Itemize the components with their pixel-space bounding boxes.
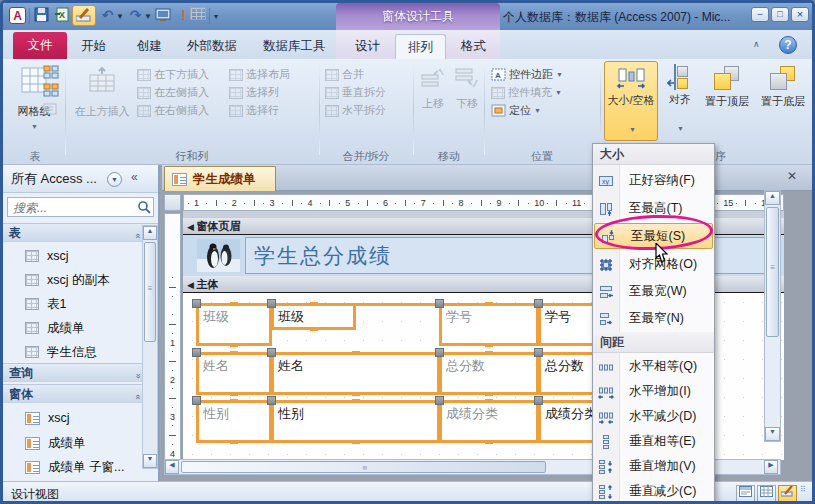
help-icon[interactable]: ? xyxy=(779,36,797,54)
nav-item-table-biao1[interactable]: 表1 xyxy=(3,292,143,316)
tab-format[interactable]: 格式 xyxy=(449,34,498,59)
menu-item-to-narrowest[interactable]: 至最窄(N) xyxy=(593,306,714,332)
nav-item-form-chengjidan-sub[interactable]: 成绩单 子窗... xyxy=(3,455,143,479)
selection-handle[interactable] xyxy=(435,396,444,405)
tab-arrange[interactable]: 排列 xyxy=(395,34,446,59)
search-icon[interactable] xyxy=(137,200,151,214)
merge-button[interactable]: 合并 xyxy=(325,66,364,83)
align-button[interactable]: 对齐 ▼ xyxy=(663,61,697,141)
undo-icon[interactable]: ↶ xyxy=(99,7,116,24)
move-up-button[interactable]: 上移 xyxy=(417,61,449,125)
tab-external-data[interactable]: 外部数据 xyxy=(175,34,249,59)
send-to-back-button[interactable]: 置于底层 xyxy=(756,61,810,141)
form-view-icon[interactable] xyxy=(736,485,755,502)
penguin-image[interactable] xyxy=(197,239,240,272)
selection-handle[interactable] xyxy=(267,299,276,308)
tab-file[interactable]: 文件 xyxy=(13,32,67,59)
nav-item-table-xscj[interactable]: xscj xyxy=(3,244,143,268)
tab-home[interactable]: 开始 xyxy=(69,34,118,59)
anchoring-button[interactable]: 定位▼ xyxy=(491,102,541,119)
menu-item-equal-horizontal[interactable]: 水平相等(Q) xyxy=(593,354,714,380)
insert-above-button[interactable]: 在上方插入 xyxy=(73,61,131,143)
tab-design[interactable]: 设计 xyxy=(343,34,392,59)
nav-collapse-icon[interactable]: « xyxy=(131,170,138,184)
field-label-xuehao[interactable]: 学号 xyxy=(439,303,539,346)
switch-view-icon[interactable] xyxy=(155,7,172,24)
scroll-down-icon[interactable]: ▼ xyxy=(765,427,780,441)
field-label-xingming[interactable]: 姓名 xyxy=(196,352,272,395)
control-margins-button[interactable]: A控件边距▼ xyxy=(491,66,563,83)
section-collapse-icon[interactable]: ◀ xyxy=(187,280,196,290)
design-view-icon[interactable] xyxy=(778,485,797,502)
menu-item-to-grid[interactable]: 对齐网格(O) xyxy=(593,252,714,278)
menu-item-to-fit[interactable]: xy正好容纳(F) xyxy=(593,168,714,194)
field-label-xingbie[interactable]: 性别 xyxy=(196,400,272,443)
scrollbar-thumb[interactable]: ≡ xyxy=(766,207,779,337)
move-down-button[interactable]: 下移 xyxy=(451,61,483,125)
nav-scrollbar[interactable]: ▲ ≡ ▼ xyxy=(142,225,158,469)
field-label-banji[interactable]: 班级 xyxy=(196,303,272,346)
split-horizontal-button[interactable]: 水平拆分 xyxy=(325,102,386,119)
document-tab-student-scores[interactable]: 学生成绩单 xyxy=(164,166,276,191)
section-collapse-icon[interactable]: ◀ xyxy=(187,222,196,232)
nav-item-table-xueshengxinxi[interactable]: 学生信息 xyxy=(3,340,143,364)
export-excel-icon[interactable]: X xyxy=(53,7,70,24)
scroll-right-icon[interactable]: ▶ xyxy=(764,460,778,474)
minimize-button[interactable]: – xyxy=(751,7,769,22)
selection-handle[interactable] xyxy=(435,348,444,357)
resize-grip[interactable]: ⠿ xyxy=(800,488,806,492)
selection-handle[interactable] xyxy=(534,396,543,405)
menu-item-increase-vertical[interactable]: 垂直增加(V) xyxy=(593,454,714,480)
redo-icon[interactable]: ↷ xyxy=(127,7,144,24)
select-column-button[interactable]: 选择列 xyxy=(229,84,279,101)
nav-item-table-chengjidan[interactable]: 成绩单 xyxy=(3,316,143,340)
nav-section-forms[interactable]: 窗体« xyxy=(3,384,158,403)
stacked-layout-icon[interactable] xyxy=(43,65,59,84)
bring-to-front-button[interactable]: 置于顶层 xyxy=(700,61,754,141)
tab-database-tools[interactable]: 数据库工具 xyxy=(251,34,338,59)
datasheet-view-icon[interactable] xyxy=(757,485,776,502)
menu-item-equal-vertical[interactable]: 垂直相等(E) xyxy=(593,429,714,455)
insert-below-button[interactable]: 在下方插入 xyxy=(137,66,209,83)
control-padding-button[interactable]: 控件填充▼ xyxy=(491,84,562,101)
close-document-icon[interactable]: ✕ xyxy=(784,169,800,185)
menu-item-increase-horizontal[interactable]: 水平增加(I) xyxy=(593,379,714,405)
document-vertical-scrollbar[interactable]: ▲ ≡ ▼ xyxy=(764,190,781,442)
nav-section-tables[interactable]: 表« xyxy=(3,223,158,242)
selection-handle[interactable] xyxy=(534,348,543,357)
table-qat-icon[interactable] xyxy=(189,7,206,24)
selection-handle[interactable] xyxy=(267,348,276,357)
select-layout-button[interactable]: 选择布局 xyxy=(229,66,290,83)
collapse-ribbon-icon[interactable]: ∧ xyxy=(753,39,760,49)
nav-item-form-chengjidan[interactable]: 成绩单 xyxy=(3,431,143,455)
menu-item-decrease-horizontal[interactable]: 水平减少(D) xyxy=(593,404,714,430)
scrollbar-thumb[interactable]: ≡ xyxy=(144,242,156,342)
nav-pane-menu-icon[interactable]: ▼ xyxy=(107,172,122,187)
field-textbox-banji[interactable]: 班级 xyxy=(271,303,356,330)
close-button[interactable]: × xyxy=(791,7,809,22)
selection-handle[interactable] xyxy=(192,396,201,405)
undo-dropdown-icon[interactable]: ▼ xyxy=(116,12,124,21)
scroll-up-icon[interactable]: ▲ xyxy=(143,226,157,240)
restore-button[interactable]: □ xyxy=(771,7,789,22)
split-vertical-button[interactable]: 垂直拆分 xyxy=(325,84,386,101)
scrollbar-thumb[interactable]: ≡ xyxy=(181,461,546,473)
selection-handle[interactable] xyxy=(267,396,276,405)
field-label-zongfenshu[interactable]: 总分数 xyxy=(439,352,539,395)
insert-right-button[interactable]: 在右侧插入 xyxy=(137,102,209,119)
selection-handle[interactable] xyxy=(435,299,444,308)
selection-handle[interactable] xyxy=(534,299,543,308)
tabular-layout-icon[interactable] xyxy=(43,83,59,102)
selection-handle[interactable] xyxy=(192,348,201,357)
scroll-down-icon[interactable]: ▼ xyxy=(143,454,157,468)
nav-section-queries[interactable]: 查询« xyxy=(3,363,158,382)
selection-handle[interactable] xyxy=(192,299,201,308)
insert-left-button[interactable]: 在左侧插入 xyxy=(137,84,209,101)
menu-item-to-widest[interactable]: 至最宽(W) xyxy=(593,279,714,305)
menu-item-decrease-vertical[interactable]: 垂直减少(C) xyxy=(593,479,714,504)
nav-item-form-xscj[interactable]: xscj xyxy=(3,406,143,430)
save-icon[interactable] xyxy=(33,7,50,24)
field-textbox-xingbie[interactable]: 性别 xyxy=(271,400,440,443)
select-row-button[interactable]: 选择行 xyxy=(229,102,279,119)
scroll-up-icon[interactable]: ▲ xyxy=(765,191,780,205)
